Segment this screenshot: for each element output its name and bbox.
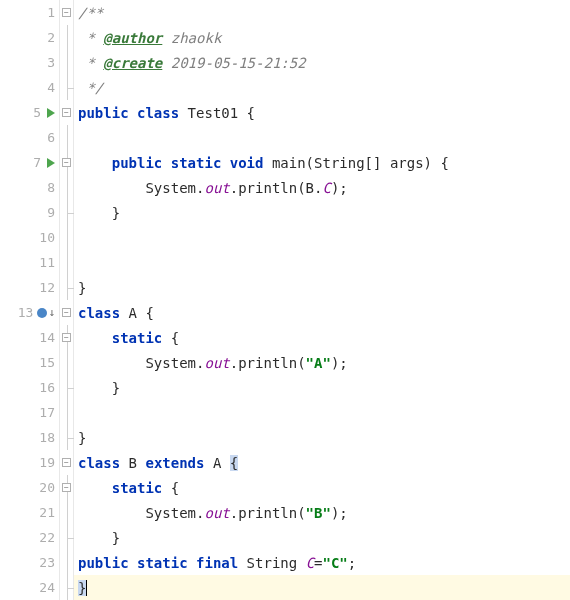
code-line: public class Test01 { (74, 100, 570, 125)
fold-guide (67, 350, 68, 375)
line-number: 5 (17, 105, 41, 120)
line-number: 13 (9, 305, 33, 320)
fold-toggle-icon[interactable]: − (62, 158, 71, 167)
fold-guide (67, 175, 68, 200)
fold-toggle-icon[interactable]: − (62, 333, 71, 342)
line-number: 17 (31, 405, 55, 420)
fold-guide (67, 550, 68, 575)
fold-toggle-icon[interactable]: − (62, 308, 71, 317)
fold-guide (67, 500, 68, 525)
code-line: static { (74, 325, 570, 350)
line-number: 19 (31, 455, 55, 470)
gutter-line[interactable]: 17 (0, 400, 59, 425)
gutter-line[interactable]: 18 (0, 425, 59, 450)
code-line (74, 125, 570, 150)
run-icon[interactable] (47, 158, 55, 168)
run-icon[interactable] (47, 108, 55, 118)
code-line: class B extends A { (74, 450, 570, 475)
fold-toggle-icon[interactable]: − (62, 108, 71, 117)
gutter-line[interactable]: 16 (0, 375, 59, 400)
gutter-line[interactable]: 9 (0, 200, 59, 225)
line-number: 11 (31, 255, 55, 270)
code-line: } (74, 275, 570, 300)
line-number: 24 (31, 580, 55, 595)
code-line: System.out.println(B.C); (74, 175, 570, 200)
fold-toggle-icon[interactable]: − (62, 8, 71, 17)
gutter-line[interactable]: 22 (0, 525, 59, 550)
line-number: 22 (31, 530, 55, 545)
gutter-line[interactable]: 4 (0, 75, 59, 100)
gutter-line[interactable]: 7 (0, 150, 59, 175)
line-number: 2 (31, 30, 55, 45)
line-number: 16 (31, 380, 55, 395)
gutter: 1 2 3 4 5 6 7 8 9 10 11 12 13↓ 14 15 16 … (0, 0, 60, 600)
line-number: 23 (31, 555, 55, 570)
gutter-line[interactable]: 6 (0, 125, 59, 150)
line-number: 10 (31, 230, 55, 245)
code-line: */ (74, 75, 570, 100)
gutter-line[interactable]: 20 (0, 475, 59, 500)
gutter-line[interactable]: 14 (0, 325, 59, 350)
fold-toggle-icon[interactable]: − (62, 458, 71, 467)
code-line: /** (74, 0, 570, 25)
code-line: } (74, 375, 570, 400)
gutter-line[interactable]: 1 (0, 0, 59, 25)
code-line: } (74, 200, 570, 225)
code-line-current: } (74, 575, 570, 600)
code-line: } (74, 425, 570, 450)
code-line (74, 225, 570, 250)
fold-toggle-icon[interactable]: − (62, 483, 71, 492)
gutter-line[interactable]: 12 (0, 275, 59, 300)
line-number: 12 (31, 280, 55, 295)
code-editor: 1 2 3 4 5 6 7 8 9 10 11 12 13↓ 14 15 16 … (0, 0, 570, 600)
gutter-line[interactable]: 24 (0, 575, 59, 600)
line-number: 18 (31, 430, 55, 445)
gutter-line[interactable]: 19 (0, 450, 59, 475)
line-number: 8 (31, 180, 55, 195)
gutter-line[interactable]: 10 (0, 225, 59, 250)
code-line (74, 250, 570, 275)
line-number: 15 (31, 355, 55, 370)
fold-guide (67, 25, 68, 50)
line-number: 6 (31, 130, 55, 145)
line-number: 4 (31, 80, 55, 95)
fold-guide (67, 50, 68, 75)
code-line: static { (74, 475, 570, 500)
code-line: * @create 2019-05-15-21:52 (74, 50, 570, 75)
gutter-line[interactable]: 15 (0, 350, 59, 375)
fold-guide (67, 250, 68, 275)
line-number: 21 (31, 505, 55, 520)
code-area[interactable]: /** * @author zhaokk * @create 2019-05-1… (74, 0, 570, 600)
code-line (74, 400, 570, 425)
gutter-line[interactable]: 8 (0, 175, 59, 200)
matched-brace: { (230, 455, 238, 471)
fold-guide (67, 400, 68, 425)
line-number: 9 (31, 205, 55, 220)
matched-brace: } (78, 580, 86, 596)
gutter-line[interactable]: 13↓ (0, 300, 59, 325)
fold-column: − − − − − − − (60, 0, 74, 600)
code-line: public static void main(String[] args) { (74, 150, 570, 175)
gutter-line[interactable]: 3 (0, 50, 59, 75)
line-number: 1 (31, 5, 55, 20)
gutter-line[interactable]: 23 (0, 550, 59, 575)
caret-icon (86, 580, 87, 596)
line-number: 20 (31, 480, 55, 495)
breakpoint-icon[interactable]: ↓ (37, 306, 55, 319)
gutter-line[interactable]: 2 (0, 25, 59, 50)
line-number: 3 (31, 55, 55, 70)
gutter-line[interactable]: 5 (0, 100, 59, 125)
code-line: System.out.println("A"); (74, 350, 570, 375)
line-number: 7 (17, 155, 41, 170)
line-number: 14 (31, 330, 55, 345)
code-line: * @author zhaokk (74, 25, 570, 50)
code-line: public static final String C="C"; (74, 550, 570, 575)
fold-guide (67, 225, 68, 250)
gutter-line[interactable]: 21 (0, 500, 59, 525)
gutter-line[interactable]: 11 (0, 250, 59, 275)
code-line: } (74, 525, 570, 550)
code-line: class A { (74, 300, 570, 325)
fold-guide (67, 125, 68, 150)
code-line: System.out.println("B"); (74, 500, 570, 525)
